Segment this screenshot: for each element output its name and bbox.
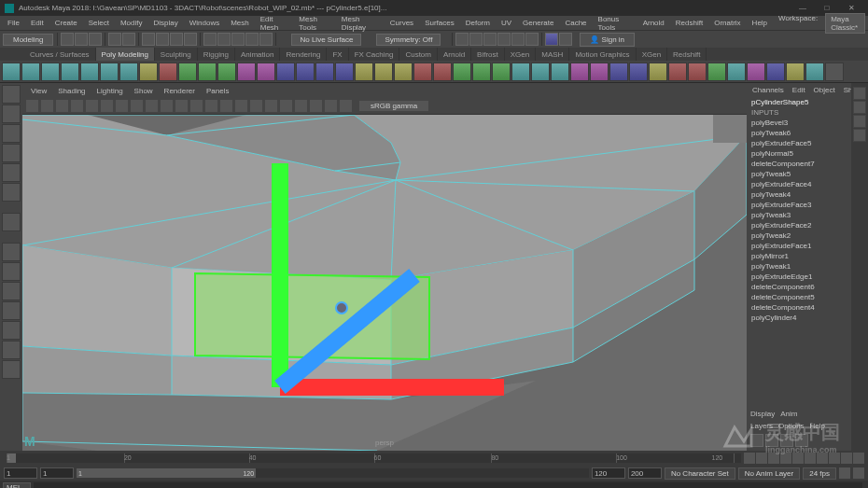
menu-edit[interactable]: Edit <box>26 18 49 28</box>
menu-display[interactable]: Display <box>149 18 183 28</box>
history-icon[interactable] <box>455 33 469 46</box>
play-stepback-icon[interactable] <box>756 453 767 464</box>
shelf-triangulate-icon[interactable] <box>747 63 765 81</box>
time-slider[interactable]: 1 20 40 60 80 100 120 <box>0 451 868 466</box>
menu-curves[interactable]: Curves <box>385 18 418 28</box>
menu-uv[interactable]: UV <box>497 18 516 28</box>
range-subend-input[interactable]: 120 <box>592 467 625 479</box>
shelf-superellipse-icon[interactable] <box>178 63 197 81</box>
shelf-tab-arnold[interactable]: Arnold <box>438 48 471 61</box>
paint-select-tool-icon[interactable] <box>2 124 21 143</box>
range-substart-input[interactable]: 1 <box>40 467 74 479</box>
snap-live-icon[interactable] <box>259 33 273 46</box>
input-node[interactable]: polyBevel3 <box>749 118 849 128</box>
shelf-item-icon[interactable] <box>825 63 844 81</box>
range-start-input[interactable]: 1 <box>4 467 37 479</box>
snap-point-icon[interactable] <box>231 33 245 46</box>
selmode2-icon[interactable] <box>156 33 169 46</box>
shelf-bool-union-icon[interactable] <box>296 63 315 81</box>
play-loop-icon[interactable] <box>841 453 852 464</box>
panel-isolate-icon[interactable] <box>219 99 233 113</box>
panel-xray-icon[interactable] <box>234 99 248 113</box>
shelf-polytorus-icon[interactable] <box>80 63 99 81</box>
side-attribute-icon[interactable] <box>853 115 866 128</box>
shelf-tab-xgen[interactable]: XGen <box>505 48 536 61</box>
input-node[interactable]: polyMirror1 <box>749 251 849 261</box>
channel-tab-channels[interactable]: Channels <box>749 85 788 95</box>
shelf-fillhole-icon[interactable] <box>433 63 452 81</box>
panel-menu-panels[interactable]: Panels <box>202 87 233 95</box>
panel-bookmark-icon[interactable] <box>40 99 54 113</box>
panel-filmgate-icon[interactable] <box>100 99 114 113</box>
shelf-separate-icon[interactable] <box>257 63 275 81</box>
menu-mesh[interactable]: Mesh <box>226 18 254 28</box>
ipr-icon[interactable] <box>483 33 497 46</box>
shelf-tab-custom[interactable]: Custom <box>399 48 438 61</box>
shelf-tab-fxcaching[interactable]: FX Caching <box>349 48 400 61</box>
shelf-tab-redshift[interactable]: Redshift <box>667 48 707 61</box>
shelf-polycylinder-icon[interactable] <box>41 63 60 81</box>
panel-smoothshade-icon[interactable] <box>160 99 174 113</box>
prefs-icon[interactable] <box>853 467 864 479</box>
shelf-targetweld-icon[interactable] <box>492 63 511 81</box>
menu-cache[interactable]: Cache <box>560 18 591 28</box>
menu-windows[interactable]: Windows <box>185 18 224 28</box>
layout-four-icon[interactable] <box>2 262 21 281</box>
menu-create[interactable]: Create <box>50 18 82 28</box>
shelf-polydisc-icon[interactable] <box>119 63 138 81</box>
workspace-dropdown[interactable]: Maya Classic* <box>825 13 865 34</box>
play-audio-icon[interactable] <box>853 453 864 464</box>
selmode-icon[interactable] <box>142 33 155 46</box>
channel-shape-node[interactable]: pCylinderShape5 <box>749 97 849 107</box>
panel-textured-icon[interactable] <box>175 99 189 113</box>
savescene-icon[interactable] <box>89 33 102 46</box>
layer-new-icon[interactable] <box>795 434 808 447</box>
play-keyback-icon[interactable] <box>768 453 779 464</box>
shelf-normals-icon[interactable] <box>629 63 648 81</box>
panel-menu-shading[interactable]: Shading <box>53 87 90 95</box>
shelf-mirror-icon[interactable] <box>609 63 628 81</box>
hypershade-icon[interactable] <box>511 33 525 46</box>
layout-outliner-icon[interactable] <box>2 282 21 300</box>
panel-wireframe-icon[interactable] <box>145 99 159 113</box>
snap-plane-icon[interactable] <box>245 33 259 46</box>
panel-menu-lighting[interactable]: Lighting <box>92 87 128 95</box>
panel-2dpan-icon[interactable] <box>70 99 84 113</box>
shelf-polyplane-icon[interactable] <box>100 63 119 81</box>
side-modeling-icon[interactable] <box>853 87 866 100</box>
shelf-mergevert-icon[interactable] <box>472 63 491 81</box>
shelf-ultrashape-icon[interactable] <box>217 63 236 81</box>
shelf-tab-polymodeling[interactable]: Poly Modeling <box>96 48 155 61</box>
shelf-quaddraw-icon[interactable] <box>707 63 726 81</box>
panel-camselect-icon[interactable] <box>25 99 39 113</box>
input-node[interactable]: polyExtrudeFace4 <box>749 179 849 189</box>
layer-move-up-icon[interactable] <box>750 434 763 447</box>
input-node[interactable]: deleteComponent6 <box>749 282 849 292</box>
shelf-tab-xgen2[interactable]: XGen <box>637 48 667 61</box>
input-node[interactable]: polyCylinder4 <box>749 313 849 323</box>
select-tool-icon[interactable] <box>2 85 21 104</box>
shelf-crease-icon[interactable] <box>727 63 746 81</box>
menu-deform[interactable]: Deform <box>461 18 495 28</box>
menu-meshdisplay[interactable]: Mesh Display <box>337 14 384 33</box>
shelf-polycube-icon[interactable] <box>21 63 40 81</box>
signin-button[interactable]: 👤 Sign in <box>580 33 635 47</box>
input-node[interactable]: deleteComponent4 <box>749 302 849 313</box>
input-node[interactable]: polyExtrudeEdge1 <box>749 272 849 282</box>
panel-ao-icon[interactable] <box>309 99 323 113</box>
channel-tab-object[interactable]: Object <box>810 85 839 95</box>
shelf-extrude-icon[interactable] <box>355 63 373 81</box>
layout-uv-icon[interactable] <box>2 341 21 359</box>
openscene-icon[interactable] <box>75 33 88 46</box>
outliner-toggle-icon[interactable] <box>559 33 572 46</box>
newscene-icon[interactable] <box>61 33 74 46</box>
shelf-tab-curves[interactable]: Curves / Surfaces <box>24 48 96 61</box>
display-header-anim[interactable]: Anim <box>780 410 797 418</box>
menu-surfaces[interactable]: Surfaces <box>420 18 459 28</box>
menu-generate[interactable]: Generate <box>518 18 558 28</box>
shelf-svg-icon[interactable] <box>159 63 177 81</box>
panel-menu-view[interactable]: View <box>26 87 51 95</box>
layer-tab-layers[interactable]: Layers <box>750 422 773 430</box>
display-header-display[interactable]: Display <box>750 410 775 418</box>
play-end-icon[interactable] <box>829 453 840 464</box>
